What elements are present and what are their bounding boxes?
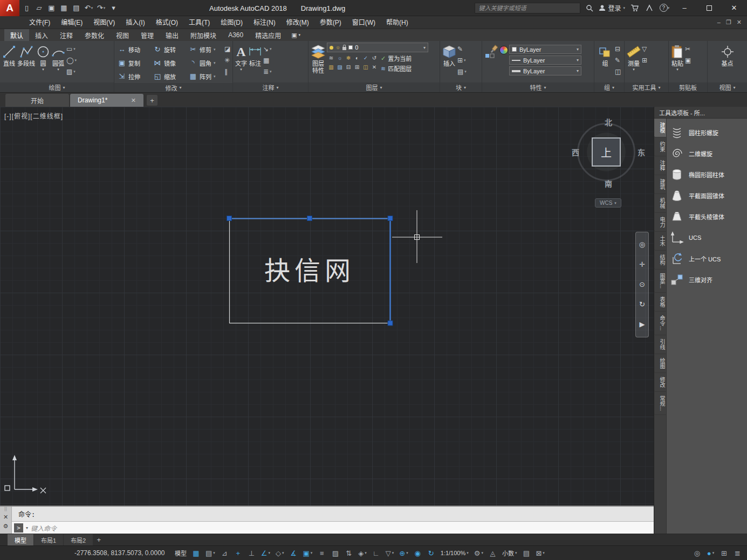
polyline-button[interactable]: 多段线	[17, 43, 35, 68]
table-tool[interactable]: ▦	[263, 56, 272, 65]
menu-item[interactable]: 修改(M)	[281, 16, 314, 29]
palette-tab[interactable]: 建模	[654, 119, 666, 137]
modify-tool[interactable]: ✂修剪▾	[188, 43, 223, 56]
group-button[interactable]: 组	[597, 43, 614, 68]
hatch-tool[interactable]: ▨▾	[66, 67, 77, 77]
lineweight-combo[interactable]: ByLayer▾	[509, 66, 581, 75]
maximize-button[interactable]	[698, 1, 720, 15]
base-point-button[interactable]: 基点	[721, 43, 735, 68]
close-button[interactable]: ✕	[723, 1, 745, 15]
viewcube-south[interactable]: 南	[605, 178, 612, 189]
customization-icon[interactable]: ≣	[731, 548, 744, 559]
group-edit-tool[interactable]: ✎	[615, 56, 621, 65]
group-select-tool[interactable]: ◫	[615, 67, 621, 77]
menu-item[interactable]: 标注(N)	[248, 16, 281, 29]
menu-item[interactable]: 视图(V)	[88, 16, 120, 29]
osnap-tracking-icon[interactable]: ∡	[287, 548, 300, 559]
layer-properties-button[interactable]: 图层 特性	[311, 43, 326, 75]
layout-tab[interactable]: 布局1	[34, 534, 63, 545]
ribbon-tab[interactable]: 精选应用	[249, 29, 287, 41]
layout-tab[interactable]: 模型	[8, 534, 33, 545]
drag-handle-icon[interactable]: ⣿	[4, 507, 8, 511]
lock-ui-icon[interactable]: ⊠▾	[533, 548, 546, 559]
dim-style-tool[interactable]: ≣▾	[263, 67, 272, 77]
pan-icon[interactable]: ✛	[639, 261, 645, 268]
graphics-performance-icon[interactable]: ●▾	[704, 548, 717, 559]
palette-item-previous-ucs[interactable]: 上一个 UCS	[669, 251, 744, 266]
grip-top-mid[interactable]	[307, 216, 312, 221]
recent-commands-icon[interactable]: >	[14, 523, 23, 533]
offset-tool[interactable]: ∥	[224, 67, 230, 77]
zoom-icon[interactable]: ⊙	[639, 281, 645, 288]
arc-button[interactable]: 圆弧 ▾	[51, 43, 65, 72]
new-layout-button[interactable]: +	[93, 534, 104, 545]
snap-icon[interactable]: ▤▾	[203, 548, 217, 559]
osnap-icon[interactable]: ▣▾	[301, 548, 315, 559]
explode-tool[interactable]: ✳	[224, 56, 230, 65]
annotation-scale[interactable]: 1:1/100%▾	[438, 548, 471, 559]
doc-close-icon[interactable]: ✕	[737, 19, 742, 26]
viewcube-north[interactable]: 北	[605, 116, 612, 127]
paste-button[interactable]: 粘贴 ▾	[671, 43, 684, 72]
view-cube[interactable]: 上 北 南 西 东	[575, 117, 642, 184]
insert-block-button[interactable]: 插入	[442, 43, 456, 68]
command-input[interactable]: > ▾ 键入命令	[12, 521, 654, 534]
make-current-button[interactable]: ✓置为当前	[381, 54, 412, 63]
save-as-icon[interactable]: ▦	[58, 2, 70, 13]
cart-icon[interactable]	[628, 2, 640, 14]
palette-tab[interactable]: 机械	[654, 194, 666, 213]
copy-clip-tool[interactable]: ▣	[685, 56, 691, 65]
close-command-icon[interactable]: ✕	[3, 514, 8, 521]
redo-icon[interactable]: ↷▾	[95, 2, 107, 13]
steering-wheel-icon[interactable]: ◎	[639, 241, 645, 248]
palette-tab[interactable]: 常规...	[654, 392, 666, 415]
palette-tab[interactable]: 修改	[654, 373, 666, 392]
menu-item[interactable]: 编辑(E)	[56, 16, 88, 29]
tool-palette-title[interactable]: 工具选项板 - 所...	[654, 107, 747, 119]
match-properties-button[interactable]	[484, 43, 498, 61]
modify-tool[interactable]: ◱缩放	[152, 70, 188, 83]
ribbon-tab[interactable]: 插入	[29, 29, 54, 41]
panel-footer-draw[interactable]: 绘图▾	[0, 82, 114, 92]
minimize-button[interactable]: –	[674, 1, 695, 15]
ribbon-tab[interactable]: 注释	[54, 29, 79, 41]
grip-bottom-right[interactable]	[388, 321, 393, 326]
palette-tab[interactable]: 图案...	[654, 269, 666, 293]
panel-footer-group[interactable]: 组▾	[594, 82, 624, 92]
quick-calc-tool[interactable]: ⊞	[642, 56, 647, 65]
search-input[interactable]	[475, 3, 580, 13]
panel-footer-layers[interactable]: 图层▾	[309, 82, 440, 92]
viewcube-west[interactable]: 西	[572, 147, 579, 157]
palette-tab[interactable]: 约束	[654, 137, 666, 156]
ribbon-tab[interactable]: 管理	[135, 29, 160, 41]
panel-footer-properties[interactable]: 特性▾	[482, 82, 594, 92]
layer-tool-icon[interactable]: ❄	[344, 53, 353, 63]
panel-footer-modify[interactable]: 修改▾	[114, 83, 232, 92]
units[interactable]: 小数▾	[500, 548, 519, 559]
linetype-combo[interactable]: ByLayer▾	[509, 56, 581, 65]
annotation-visibility-icon[interactable]: ◉	[412, 548, 424, 559]
new-file-icon[interactable]: ▯	[21, 2, 32, 13]
palette-tab[interactable]: 结构	[654, 251, 666, 269]
menu-item[interactable]: 工具(T)	[183, 16, 215, 29]
dimension-button[interactable]: 标注	[248, 43, 262, 68]
grip-top-right[interactable]	[388, 216, 393, 221]
infer-constraints-icon[interactable]: ⊿	[218, 548, 231, 559]
layer-select-combo[interactable]: ☼ 0 ▾	[327, 43, 428, 52]
panel-footer-utilities[interactable]: 实用工具▾	[625, 82, 668, 92]
quick-properties-icon[interactable]: ▤	[520, 548, 532, 559]
object-color-combo[interactable]: ByLayer▾	[509, 45, 581, 54]
iso-drafting-icon[interactable]: ◇▾	[273, 548, 286, 559]
annotation-monitor-icon[interactable]: ◬	[486, 548, 499, 559]
customize-command-icon[interactable]: ⚙	[3, 523, 9, 530]
lineweight-icon[interactable]: ≡	[316, 548, 328, 559]
panel-footer-block[interactable]: 块▾	[440, 82, 482, 92]
leader-tool[interactable]: ↘▾	[263, 44, 272, 54]
model-paper-toggle[interactable]: 模型	[173, 548, 189, 559]
layer-tool-icon[interactable]: ▥	[327, 63, 335, 72]
line-button[interactable]: 直线	[2, 43, 16, 68]
new-drawing-tab-button[interactable]: +	[147, 95, 157, 106]
layer-tool-icon[interactable]: ◐	[353, 53, 361, 63]
menu-item[interactable]: 帮助(H)	[381, 16, 414, 29]
menu-item[interactable]: 绘图(D)	[215, 16, 248, 29]
